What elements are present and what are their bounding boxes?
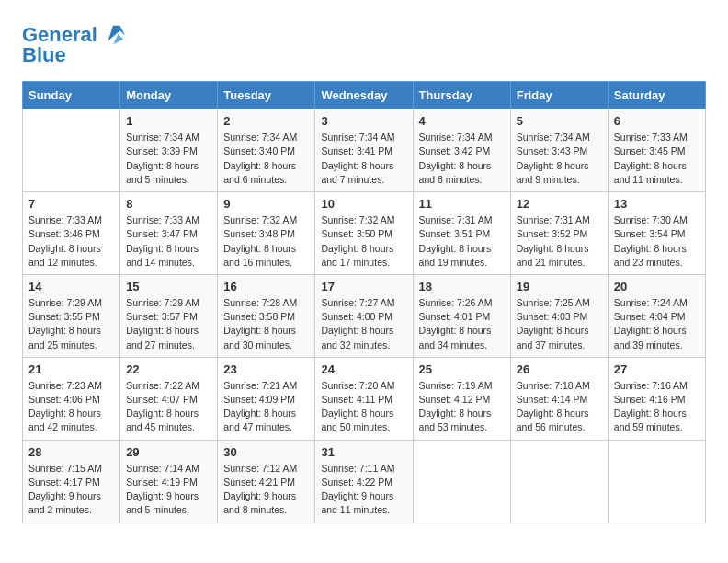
day-number: 6 xyxy=(614,114,700,128)
day-info: Sunrise: 7:30 AMSunset: 3:54 PMDaylight:… xyxy=(614,213,700,270)
day-info: Sunrise: 7:31 AMSunset: 3:52 PMDaylight:… xyxy=(517,213,602,270)
day-info: Sunrise: 7:25 AMSunset: 4:03 PMDaylight:… xyxy=(517,296,602,352)
calendar-cell: 9Sunrise: 7:32 AMSunset: 3:48 PMDaylight… xyxy=(218,192,315,275)
day-number: 26 xyxy=(517,362,602,376)
logo-icon xyxy=(101,22,127,48)
calendar-body: 1Sunrise: 7:34 AMSunset: 3:39 PMDaylight… xyxy=(23,109,706,523)
calendar-cell: 27Sunrise: 7:16 AMSunset: 4:16 PMDayligh… xyxy=(608,357,705,440)
weekday-header-cell: Monday xyxy=(120,82,218,109)
calendar-cell: 12Sunrise: 7:31 AMSunset: 3:52 PMDayligh… xyxy=(510,192,608,275)
day-info: Sunrise: 7:33 AMSunset: 3:46 PMDaylight:… xyxy=(28,213,114,270)
day-number: 15 xyxy=(126,280,211,293)
logo: General Blue xyxy=(22,22,127,66)
day-info: Sunrise: 7:28 AMSunset: 3:58 PMDaylight:… xyxy=(223,296,309,352)
day-info: Sunrise: 7:31 AMSunset: 3:51 PMDaylight:… xyxy=(419,213,505,270)
day-info: Sunrise: 7:27 AMSunset: 4:00 PMDaylight:… xyxy=(321,296,406,352)
day-number: 9 xyxy=(223,197,309,211)
day-number: 11 xyxy=(419,197,505,211)
day-number: 16 xyxy=(223,280,309,293)
calendar-cell: 7Sunrise: 7:33 AMSunset: 3:46 PMDaylight… xyxy=(23,192,120,275)
day-number: 29 xyxy=(126,445,211,459)
calendar-cell xyxy=(23,109,120,192)
day-info: Sunrise: 7:32 AMSunset: 3:48 PMDaylight:… xyxy=(223,213,309,270)
calendar-week-row: 21Sunrise: 7:23 AMSunset: 4:06 PMDayligh… xyxy=(23,357,706,440)
day-info: Sunrise: 7:32 AMSunset: 3:50 PMDaylight:… xyxy=(321,213,406,270)
calendar-week-row: 28Sunrise: 7:15 AMSunset: 4:17 PMDayligh… xyxy=(23,440,706,523)
day-number: 7 xyxy=(28,197,114,211)
day-info: Sunrise: 7:18 AMSunset: 4:14 PMDaylight:… xyxy=(517,379,602,435)
day-number: 13 xyxy=(614,197,700,211)
day-number: 25 xyxy=(419,362,505,376)
day-info: Sunrise: 7:29 AMSunset: 3:55 PMDaylight:… xyxy=(28,296,114,352)
calendar-cell: 26Sunrise: 7:18 AMSunset: 4:14 PMDayligh… xyxy=(510,357,608,440)
day-number: 4 xyxy=(419,114,505,128)
calendar-cell: 16Sunrise: 7:28 AMSunset: 3:58 PMDayligh… xyxy=(218,274,315,357)
calendar-cell: 14Sunrise: 7:29 AMSunset: 3:55 PMDayligh… xyxy=(23,274,120,357)
calendar-cell: 3Sunrise: 7:34 AMSunset: 3:41 PMDaylight… xyxy=(315,109,413,192)
calendar-cell: 18Sunrise: 7:26 AMSunset: 4:01 PMDayligh… xyxy=(413,274,510,357)
day-info: Sunrise: 7:34 AMSunset: 3:39 PMDaylight:… xyxy=(126,131,211,187)
calendar-week-row: 1Sunrise: 7:34 AMSunset: 3:39 PMDaylight… xyxy=(23,109,706,192)
day-number: 19 xyxy=(517,280,602,293)
weekday-header-cell: Wednesday xyxy=(315,82,413,109)
calendar-cell: 25Sunrise: 7:19 AMSunset: 4:12 PMDayligh… xyxy=(413,357,510,440)
day-number: 20 xyxy=(614,280,700,293)
day-number: 31 xyxy=(321,445,406,459)
weekday-header-cell: Friday xyxy=(510,82,608,109)
day-number: 8 xyxy=(126,197,211,211)
day-info: Sunrise: 7:29 AMSunset: 3:57 PMDaylight:… xyxy=(126,296,211,352)
calendar-cell: 28Sunrise: 7:15 AMSunset: 4:17 PMDayligh… xyxy=(23,440,120,523)
day-info: Sunrise: 7:19 AMSunset: 4:12 PMDaylight:… xyxy=(419,379,505,435)
calendar-cell: 13Sunrise: 7:30 AMSunset: 3:54 PMDayligh… xyxy=(608,192,705,275)
calendar-cell: 19Sunrise: 7:25 AMSunset: 4:03 PMDayligh… xyxy=(510,274,608,357)
calendar-cell: 5Sunrise: 7:34 AMSunset: 3:43 PMDaylight… xyxy=(510,109,608,192)
day-info: Sunrise: 7:33 AMSunset: 3:47 PMDaylight:… xyxy=(126,213,211,270)
day-number: 22 xyxy=(126,362,211,376)
calendar-cell: 24Sunrise: 7:20 AMSunset: 4:11 PMDayligh… xyxy=(315,357,413,440)
day-info: Sunrise: 7:26 AMSunset: 4:01 PMDaylight:… xyxy=(419,296,505,352)
day-info: Sunrise: 7:34 AMSunset: 3:41 PMDaylight:… xyxy=(321,131,406,187)
calendar-cell: 15Sunrise: 7:29 AMSunset: 3:57 PMDayligh… xyxy=(120,274,218,357)
calendar-cell: 8Sunrise: 7:33 AMSunset: 3:47 PMDaylight… xyxy=(120,192,218,275)
day-number: 21 xyxy=(28,362,114,376)
day-info: Sunrise: 7:16 AMSunset: 4:16 PMDaylight:… xyxy=(614,379,700,435)
day-info: Sunrise: 7:33 AMSunset: 3:45 PMDaylight:… xyxy=(614,131,700,187)
calendar-cell: 11Sunrise: 7:31 AMSunset: 3:51 PMDayligh… xyxy=(413,192,510,275)
calendar-cell: 23Sunrise: 7:21 AMSunset: 4:09 PMDayligh… xyxy=(218,357,315,440)
calendar-cell: 1Sunrise: 7:34 AMSunset: 3:39 PMDaylight… xyxy=(120,109,218,192)
day-info: Sunrise: 7:14 AMSunset: 4:19 PMDaylight:… xyxy=(126,462,211,518)
calendar-cell: 20Sunrise: 7:24 AMSunset: 4:04 PMDayligh… xyxy=(608,274,705,357)
calendar-cell: 22Sunrise: 7:22 AMSunset: 4:07 PMDayligh… xyxy=(120,357,218,440)
day-info: Sunrise: 7:12 AMSunset: 4:21 PMDaylight:… xyxy=(223,462,309,518)
day-number: 3 xyxy=(321,114,406,128)
day-number: 28 xyxy=(28,445,114,459)
weekday-header-cell: Saturday xyxy=(608,82,705,109)
day-number: 24 xyxy=(321,362,406,376)
calendar-cell: 21Sunrise: 7:23 AMSunset: 4:06 PMDayligh… xyxy=(23,357,120,440)
day-info: Sunrise: 7:23 AMSunset: 4:06 PMDaylight:… xyxy=(28,379,114,435)
day-number: 30 xyxy=(223,445,309,459)
calendar-week-row: 14Sunrise: 7:29 AMSunset: 3:55 PMDayligh… xyxy=(23,274,706,357)
calendar-cell: 17Sunrise: 7:27 AMSunset: 4:00 PMDayligh… xyxy=(315,274,413,357)
calendar-cell: 29Sunrise: 7:14 AMSunset: 4:19 PMDayligh… xyxy=(120,440,218,523)
day-number: 5 xyxy=(517,114,602,128)
day-info: Sunrise: 7:20 AMSunset: 4:11 PMDaylight:… xyxy=(321,379,406,435)
day-number: 23 xyxy=(223,362,309,376)
calendar-cell: 2Sunrise: 7:34 AMSunset: 3:40 PMDaylight… xyxy=(218,109,315,192)
day-number: 18 xyxy=(419,280,505,293)
day-info: Sunrise: 7:11 AMSunset: 4:22 PMDaylight:… xyxy=(321,462,406,518)
calendar-cell xyxy=(413,440,510,523)
svg-marker-1 xyxy=(113,34,123,44)
day-info: Sunrise: 7:21 AMSunset: 4:09 PMDaylight:… xyxy=(223,379,309,435)
day-info: Sunrise: 7:22 AMSunset: 4:07 PMDaylight:… xyxy=(126,379,211,435)
calendar-cell xyxy=(608,440,705,523)
day-number: 27 xyxy=(614,362,700,376)
calendar-cell: 31Sunrise: 7:11 AMSunset: 4:22 PMDayligh… xyxy=(315,440,413,523)
calendar-cell: 10Sunrise: 7:32 AMSunset: 3:50 PMDayligh… xyxy=(315,192,413,275)
weekday-header-cell: Sunday xyxy=(23,82,120,109)
calendar-table: SundayMondayTuesdayWednesdayThursdayFrid… xyxy=(22,81,706,523)
day-number: 2 xyxy=(223,114,309,128)
weekday-header-row: SundayMondayTuesdayWednesdayThursdayFrid… xyxy=(23,82,706,109)
day-number: 17 xyxy=(321,280,406,293)
calendar-cell xyxy=(510,440,608,523)
